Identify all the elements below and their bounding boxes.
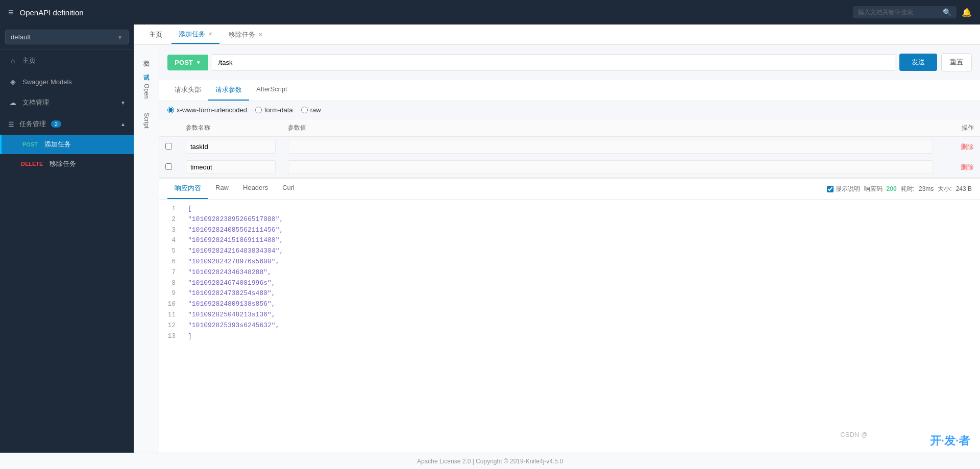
row-action-cell: 删除 — [939, 137, 980, 157]
resp-tab-raw[interactable]: Raw — [208, 179, 236, 199]
footer: Apache License 2.0 | Copyright © 2019-Kn… — [0, 453, 980, 469]
param-name-taskid[interactable] — [186, 140, 276, 154]
method-button[interactable]: POST ▼ — [167, 55, 208, 70]
row-check[interactable] — [165, 163, 172, 170]
table-row: 删除 — [159, 137, 980, 157]
left-panel-script-label: Script — [143, 113, 150, 129]
resp-tab-curl[interactable]: Curl — [275, 179, 302, 199]
row-action-cell: 删除 — [939, 157, 980, 178]
tab-delete-task-close[interactable]: ✕ — [258, 32, 262, 37]
topbar-left: ≡ OpenAPI definition — [8, 7, 84, 18]
tab-main[interactable]: 主页 — [142, 26, 169, 43]
response-tabs: 响应内容 Raw Headers Curl — [167, 179, 302, 199]
chevron-down-icon: ▼ — [120, 100, 126, 106]
reset-button[interactable]: 重置 — [941, 53, 972, 71]
row-name-cell — [180, 137, 282, 157]
resp-tab-content[interactable]: 响应内容 — [167, 179, 208, 199]
row-name-cell — [180, 157, 282, 178]
left-panel-debug[interactable]: 调试 — [139, 64, 153, 75]
line-numbers: 12345678910111213 — [159, 204, 180, 449]
form-type-row: x-www-form-urlencoded form-data raw — [159, 101, 980, 119]
tab-add-task[interactable]: 添加任务 ✕ — [172, 26, 219, 44]
search-icon[interactable]: 🔍 — [943, 8, 951, 16]
param-value-timeout[interactable] — [288, 160, 933, 174]
request-tabs: 请求头部 请求参数 AfterScript — [159, 80, 980, 101]
param-value-taskid[interactable] — [288, 140, 933, 154]
tab-add-task-close[interactable]: ✕ — [208, 31, 212, 37]
api-url-input[interactable] — [212, 54, 895, 71]
tab-main-label: 主页 — [149, 30, 162, 39]
sidebar-nav: ⌂ 主页 ◈ Swagger Models ☁ 文档管理 ▼ ☰ 任务管理 2 … — [0, 50, 134, 453]
code-lines: [ "101092823895266517088", "101092824085… — [180, 204, 980, 449]
sidebar-item-add-task[interactable]: POST 添加任务 — [0, 135, 134, 154]
col-check — [159, 119, 180, 137]
param-name-timeout[interactable] — [186, 160, 276, 174]
radio-formdata[interactable]: form-data — [255, 106, 293, 114]
tab-delete-task[interactable]: 移除任务 ✕ — [222, 26, 270, 43]
radio-urlencoded-label: x-www-form-urlencoded — [177, 106, 247, 114]
row-value-cell — [282, 137, 939, 157]
table-row: 删除 — [159, 157, 980, 178]
home-icon: ⌂ — [8, 57, 17, 65]
col-value: 参数值 — [282, 119, 939, 137]
sidebar-item-swagger[interactable]: ◈ Swagger Models — [0, 71, 134, 92]
menu-icon[interactable]: ≡ — [8, 7, 14, 18]
show-desc-label[interactable]: 显示说明 — [827, 185, 860, 193]
req-tab-headers[interactable]: 请求头部 — [167, 80, 208, 101]
response-meta: 显示说明 响应码 200 耗时: 23ms 大小: 243 B — [827, 185, 972, 193]
delete-badge: DELETE — [18, 160, 45, 167]
search-input[interactable] — [858, 9, 940, 16]
resp-tab-headers[interactable]: Headers — [236, 179, 275, 199]
radio-raw-input[interactable] — [301, 107, 308, 113]
response-tabs-bar: 响应内容 Raw Headers Curl 显示说明 响应码 200 — [159, 179, 980, 200]
radio-raw[interactable]: raw — [301, 106, 321, 114]
bell-icon[interactable]: 🔔 — [962, 8, 972, 17]
show-desc-checkbox[interactable] — [827, 186, 834, 192]
tab-bar: 主页 添加任务 ✕ 移除任务 ✕ — [134, 24, 980, 45]
left-panel: 文档 调试 Open Script — [134, 45, 159, 453]
left-panel-open-label: Open — [143, 84, 150, 98]
post-badge: POST — [20, 141, 40, 148]
resp-code: 200 — [887, 185, 897, 192]
send-button[interactable]: 发送 — [899, 54, 937, 71]
tab-delete-task-label: 移除任务 — [229, 30, 255, 39]
delete-timeout-button[interactable]: 删除 — [961, 163, 974, 171]
delete-taskid-button[interactable]: 删除 — [961, 143, 974, 151]
col-name: 参数名称 — [180, 119, 282, 137]
sidebar-group-left: ☰ 任务管理 2 — [8, 119, 61, 129]
topbar-title: OpenAPI definition — [20, 8, 84, 17]
radio-formdata-input[interactable] — [255, 107, 262, 113]
show-desc-text: 显示说明 — [836, 185, 860, 193]
left-panel-open[interactable]: Open — [140, 79, 153, 104]
right-panel: POST ▼ 发送 重置 请求头部 请求参数 AfterScript — [159, 45, 980, 453]
sidebar-sub-label: 移除任务 — [50, 159, 76, 168]
radio-formdata-label: form-data — [264, 106, 293, 114]
resp-time-label: 耗时: — [901, 185, 915, 193]
resp-size: 243 B — [956, 185, 972, 192]
response-section: 响应内容 Raw Headers Curl 显示说明 响应码 200 — [159, 178, 980, 453]
sidebar-item-home[interactable]: ⌂ 主页 — [0, 50, 134, 71]
left-panel-script[interactable]: Script — [140, 108, 153, 134]
req-tab-params[interactable]: 请求参数 — [208, 80, 249, 101]
params-table-wrap: 参数名称 参数值 操作 删除 — [159, 119, 980, 178]
resp-time: 23ms — [919, 185, 934, 192]
sidebar-item-delete-task[interactable]: DELETE 移除任务 — [0, 154, 134, 174]
content-area: 主页 添加任务 ✕ 移除任务 ✕ 文档 调试 Open — [134, 24, 980, 453]
radio-urlencoded[interactable]: x-www-form-urlencoded — [167, 106, 247, 114]
sidebar-select[interactable]: default — [5, 30, 129, 44]
sidebar-group-task[interactable]: ☰ 任务管理 2 ▲ — [0, 113, 134, 135]
row-check-cell — [159, 157, 180, 178]
left-panel-doc[interactable]: 文档 — [139, 50, 153, 60]
sidebar-item-label: 文档管理 — [22, 98, 49, 107]
code-output: 12345678910111213 [ "1010928238952665170… — [159, 200, 980, 453]
params-table: 参数名称 参数值 操作 删除 — [159, 119, 980, 178]
row-check[interactable] — [165, 143, 172, 150]
sidebar-item-doc-manage[interactable]: ☁ 文档管理 ▼ — [0, 92, 134, 113]
params-header-row: 参数名称 参数值 操作 — [159, 119, 980, 137]
req-tab-afterscript[interactable]: AfterScript — [249, 80, 295, 101]
panel-container: 文档 调试 Open Script POST — [134, 45, 980, 453]
tab-add-task-label: 添加任务 — [179, 30, 205, 39]
radio-urlencoded-input[interactable] — [167, 107, 174, 113]
swagger-icon: ◈ — [8, 78, 17, 86]
row-value-cell — [282, 157, 939, 178]
